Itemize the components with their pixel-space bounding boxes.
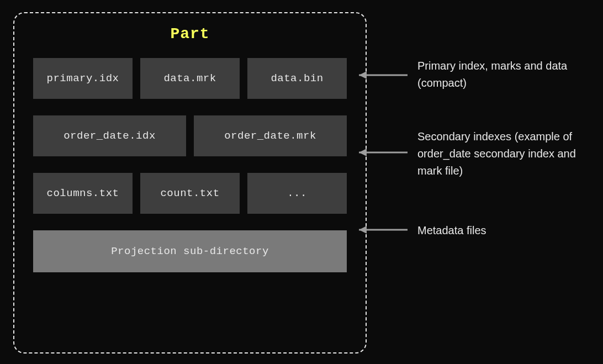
row-metadata: columns.txt count.txt ... <box>33 173 347 214</box>
svg-marker-3 <box>359 149 367 156</box>
file-columns-txt: columns.txt <box>33 173 133 214</box>
svg-marker-1 <box>359 71 367 79</box>
part-container: Part primary.idx data.mrk data.bin order… <box>13 12 367 354</box>
row-primary: primary.idx data.mrk data.bin <box>33 58 347 99</box>
file-primary-idx: primary.idx <box>33 58 133 99</box>
annotation-primary: Primary index, marks and data (compact) <box>417 57 594 92</box>
file-order-date-idx: order_date.idx <box>33 115 186 156</box>
file-ellipsis: ... <box>247 173 347 214</box>
arrow-icon-3 <box>348 223 409 236</box>
file-data-bin: data.bin <box>247 58 347 99</box>
part-title: Part <box>33 25 347 43</box>
row-secondary: order_date.idx order_date.mrk <box>33 115 347 156</box>
file-data-mrk: data.mrk <box>140 58 240 99</box>
file-order-date-mrk: order_date.mrk <box>194 115 347 156</box>
arrow-icon-2 <box>348 146 409 159</box>
file-count-txt: count.txt <box>140 173 240 214</box>
annotation-secondary: Secondary indexes (example of order_date… <box>417 128 594 180</box>
annotation-metadata: Metadata files <box>417 222 486 239</box>
arrow-icon-1 <box>348 68 409 82</box>
projection-subdir: Projection sub-directory <box>33 230 347 272</box>
svg-marker-5 <box>359 226 367 234</box>
